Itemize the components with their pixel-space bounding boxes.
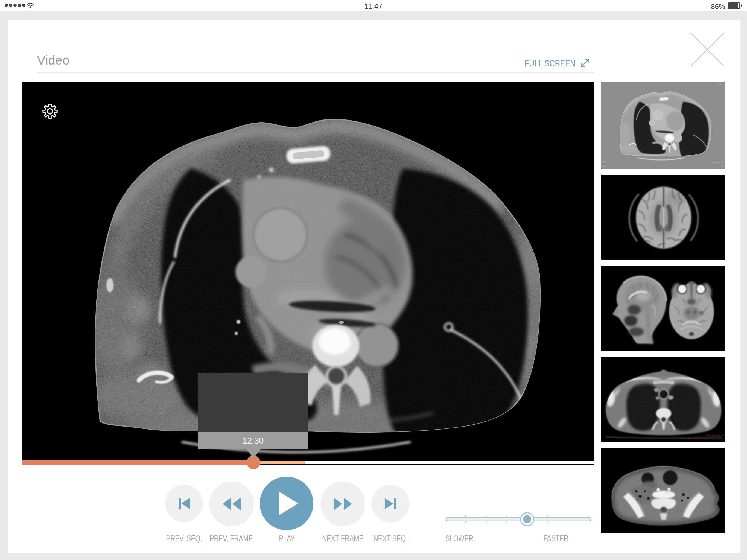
svg-text:(S)!: (S)! — [602, 165, 606, 168]
svg-text:Study Description: Vasculary ': Study Description: Vasculary 'ANGIO_AORT — [680, 437, 723, 440]
svg-text:W:: W: — [721, 165, 724, 167]
svg-text:(08): (08) — [602, 160, 607, 163]
svg-text:Lossless / L: Lossless / L — [712, 161, 724, 164]
svg-text:Jan 5,: Jan 5, — [717, 83, 723, 86]
svg-text:Patient's Name: M: Patient's Name: M — [706, 434, 723, 436]
